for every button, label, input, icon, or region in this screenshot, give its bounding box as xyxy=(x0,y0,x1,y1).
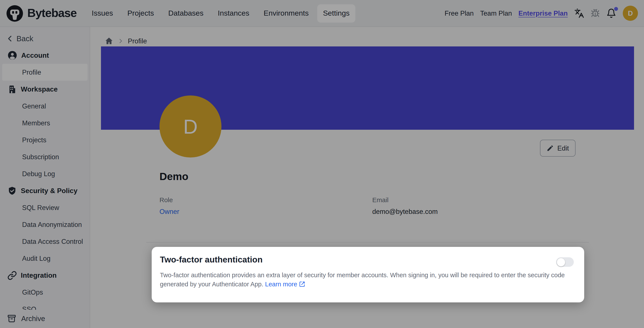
two-factor-auth-description: Two-factor authentication provides an ex… xyxy=(160,271,584,289)
external-link-icon xyxy=(299,281,305,287)
app-window: Bytebase Issues Projects Databases Insta… xyxy=(0,0,644,328)
toggle-knob xyxy=(557,258,565,266)
two-factor-auth-title: Two-factor authentication xyxy=(160,255,263,265)
two-factor-auth-card: Two-factor authentication Two-factor aut… xyxy=(152,247,584,302)
learn-more-link[interactable]: Learn more xyxy=(265,281,305,288)
two-factor-auth-toggle[interactable] xyxy=(556,257,574,267)
